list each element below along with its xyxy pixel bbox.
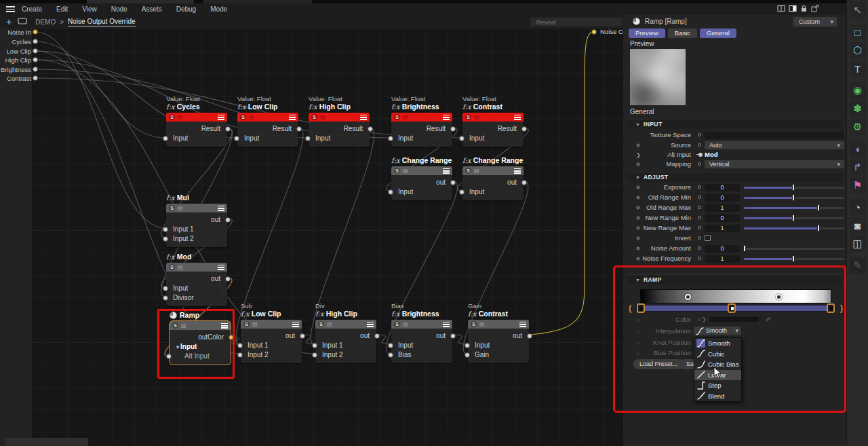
port-dot[interactable]: [225, 276, 231, 282]
node-menu-icon[interactable]: [218, 115, 224, 120]
reveal-input[interactable]: [530, 18, 632, 26]
save-state-icon[interactable]: ▤: [249, 114, 254, 120]
port-dot[interactable]: [33, 57, 38, 62]
node-port-input[interactable]: Input: [462, 134, 524, 143]
node-port-out[interactable]: out: [462, 178, 524, 187]
port-dot[interactable]: [225, 217, 231, 223]
node-port-input[interactable]: Input: [166, 134, 227, 143]
invert-checkbox[interactable]: [705, 235, 711, 241]
solo-badge-icon[interactable]: S: [394, 114, 400, 120]
solo-badge-icon[interactable]: S: [465, 168, 471, 174]
port-dot[interactable]: [312, 343, 317, 348]
port-dot[interactable]: [388, 352, 393, 358]
node-header[interactable]: S▤: [237, 113, 298, 122]
value-slider[interactable]: [744, 248, 844, 250]
node-port-input[interactable]: Input: [237, 134, 298, 143]
node-port-outcolor[interactable]: outColor: [170, 333, 231, 342]
node-port-out[interactable]: out: [241, 331, 302, 341]
port-dot[interactable]: [166, 354, 172, 359]
node-port-result[interactable]: Result: [237, 124, 298, 134]
node-port-bias[interactable]: Bias: [391, 350, 452, 360]
node-header[interactable]: S▤: [170, 321, 231, 330]
value-field[interactable]: 1: [705, 255, 740, 263]
solo-badge-icon[interactable]: S: [169, 205, 175, 211]
node-low-clip[interactable]: Value: Floatf:xLow ClipS▤ResultInput: [237, 95, 298, 147]
port-dot[interactable]: [296, 126, 302, 132]
node-change-range[interactable]: f:xChange RangeS▤outInput: [462, 156, 524, 200]
color-swatch[interactable]: [709, 316, 760, 323]
node-port-input-2[interactable]: Input 2: [166, 234, 227, 244]
solo-badge-icon[interactable]: S: [394, 168, 400, 174]
hamburger-menu-icon[interactable]: [6, 6, 15, 12]
node-header[interactable]: S▤: [468, 320, 529, 329]
node-port-gain[interactable]: Gain: [468, 350, 529, 360]
source-select[interactable]: Auto: [705, 141, 844, 149]
slider-handle[interactable]: [817, 204, 820, 211]
port-dot[interactable]: [237, 343, 243, 348]
node-port-input[interactable]: Input: [391, 187, 452, 197]
solo-badge-icon[interactable]: S: [240, 114, 246, 120]
solo-badge-icon[interactable]: S: [172, 322, 178, 329]
value-field[interactable]: 1: [705, 225, 740, 232]
node-header[interactable]: S▤: [166, 204, 227, 212]
breadcrumb-root[interactable]: DEMO: [35, 18, 56, 26]
chevron-down-icon[interactable]: ▾: [176, 344, 179, 350]
alt-input-connection[interactable]: Mod: [705, 150, 718, 160]
slider-handle[interactable]: [817, 225, 820, 231]
connected-port-icon[interactable]: [696, 153, 703, 156]
camera-icon[interactable]: ◙: [850, 217, 866, 234]
node-port-out[interactable]: out: [166, 274, 227, 284]
solo-badge-icon[interactable]: S: [465, 114, 471, 120]
node-port-out[interactable]: out: [468, 331, 529, 341]
node-mul[interactable]: f:xMulS▤outInput 1Input 2: [166, 193, 227, 247]
node-mod[interactable]: f:xModS▤outInputDivisor: [166, 253, 227, 306]
node-port-input[interactable]: Input: [391, 134, 452, 143]
node-graph-canvas[interactable]: [0, 29, 623, 446]
lock-icon[interactable]: [800, 5, 808, 12]
menu-mode[interactable]: Mode: [210, 5, 227, 13]
port-dot[interactable]: [527, 333, 532, 339]
input-section-header[interactable]: ▼INPUT: [627, 119, 842, 129]
save-state-icon[interactable]: ▤: [474, 168, 479, 174]
port-icon[interactable]: [698, 206, 701, 209]
solo-badge-icon[interactable]: S: [394, 321, 400, 327]
value-field[interactable]: 0: [705, 194, 740, 202]
node-contrast[interactable]: Gainf:xContrastS▤outInputGain: [468, 302, 529, 363]
port-icon[interactable]: [698, 196, 701, 199]
port-dot[interactable]: [459, 189, 465, 195]
ramp-gradient-bar[interactable]: [640, 289, 831, 303]
port-dot[interactable]: [33, 39, 38, 44]
node-ramp[interactable]: RampS▤outColor▾InputAlt Input: [170, 311, 231, 365]
shape-icon[interactable]: □: [850, 24, 866, 40]
port-icon[interactable]: [698, 236, 701, 240]
split-view-icon[interactable]: [777, 5, 785, 12]
save-state-icon[interactable]: ▤: [403, 321, 408, 327]
node-header[interactable]: S▤: [462, 113, 524, 122]
eyedropper-icon[interactable]: ✐: [766, 315, 771, 324]
node-menu-icon[interactable]: [221, 323, 228, 329]
knot-position-handle[interactable]: [637, 303, 645, 313]
port-dot[interactable]: [225, 126, 231, 132]
port-dot[interactable]: [368, 126, 373, 132]
port-dot[interactable]: [388, 189, 393, 195]
node-port-input-2[interactable]: Input 2: [315, 350, 376, 360]
interpolation-option-smooth[interactable]: Smooth: [694, 338, 741, 349]
value-field[interactable]: 0: [705, 245, 740, 253]
node-menu-icon[interactable]: [443, 115, 450, 120]
node-cycles[interactable]: Value: Floatf:xCyclesS▤ResultInput: [166, 95, 227, 147]
node-header[interactable]: S▤: [166, 263, 227, 272]
save-state-icon[interactable]: ▤: [181, 322, 186, 329]
tab-preview[interactable]: Preview: [629, 29, 665, 38]
port-dot[interactable]: [234, 136, 239, 141]
port-dot[interactable]: [33, 48, 38, 54]
node-high-clip[interactable]: Value: Floatf:xHigh ClipS▤ResultInput: [309, 95, 370, 147]
menu-assets[interactable]: Assets: [142, 5, 162, 13]
node-header[interactable]: S▤: [391, 113, 452, 122]
node-port-input[interactable]: Input: [391, 341, 452, 350]
node-header[interactable]: S▤: [309, 113, 370, 122]
texture-space-field[interactable]: [705, 132, 844, 139]
port-dot[interactable]: [388, 343, 393, 348]
ramp-knot-position-bar[interactable]: ( ): [636, 305, 835, 312]
save-state-icon[interactable]: ▤: [403, 168, 408, 174]
node-menu-icon[interactable]: [218, 206, 224, 211]
